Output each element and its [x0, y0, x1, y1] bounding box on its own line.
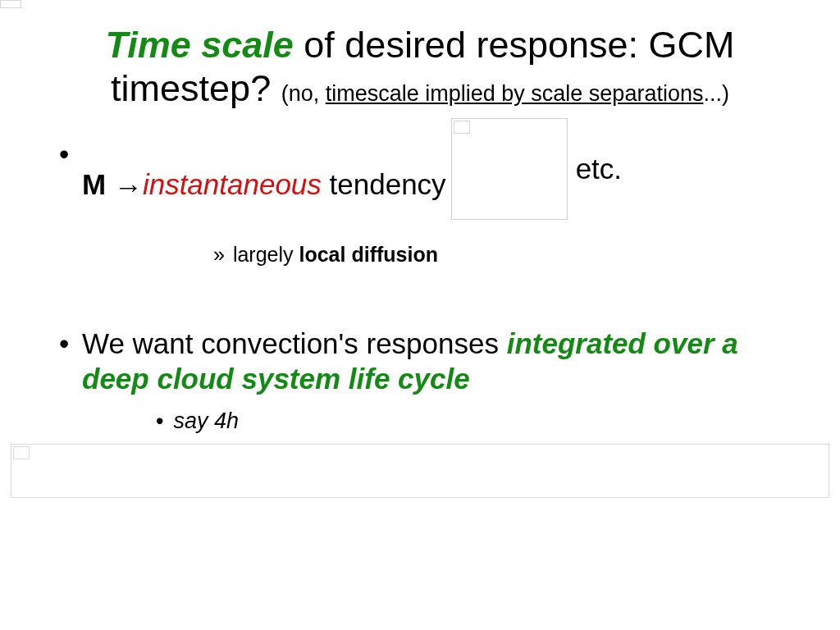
sub1-bold: local diffusion [299, 243, 438, 266]
sub2-text: say 4h [173, 409, 239, 433]
bullet-marker-2: • [59, 326, 69, 362]
sub2-marker: • [156, 409, 163, 433]
sub-bullet-2: •say 4h [156, 409, 791, 434]
title-annotation: (no, timescale implied by scale separati… [281, 81, 729, 106]
sub1-pre: largely [233, 243, 299, 266]
title-highlight: Time scale [105, 24, 293, 66]
wide-placeholder-box [11, 444, 829, 498]
sub-marker: » [213, 243, 225, 266]
image-placeholder [451, 118, 568, 220]
bullet1-m: M [82, 168, 114, 200]
bullet-1: • M →instantaneous tendencyetc. [82, 136, 791, 238]
bullet-marker: • [59, 136, 69, 172]
slide-body: • M →instantaneous tendencyetc. »largely… [0, 136, 840, 434]
annot-tail: ...) [703, 81, 729, 106]
bullet1-etc: etc. [576, 151, 622, 187]
bullet2-pre: We want convection's responses [82, 327, 507, 359]
slide: Time scale of desired response: GCM time… [0, 0, 840, 630]
bullet1-em: instantaneous [143, 168, 322, 200]
annot-no: (no, [281, 81, 326, 106]
slide-title: Time scale of desired response: GCM time… [0, 23, 840, 110]
bullet1-tendency: tendency [322, 168, 446, 200]
arrow-icon: → [114, 169, 143, 205]
bullet-2: • We want convection's responses integra… [82, 326, 791, 398]
tiny-placeholder-box [0, 0, 21, 8]
sub-bullet-1: »largely local diffusion [213, 241, 791, 268]
annot-underline: timescale implied by scale separations [326, 81, 704, 106]
